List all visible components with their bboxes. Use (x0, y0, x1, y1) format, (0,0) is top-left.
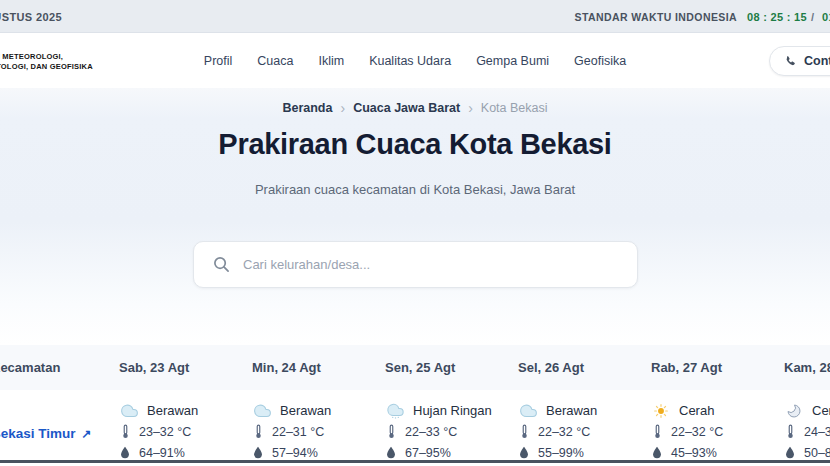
forecast-cell: Hujan Ringan 22–33 °C 67–95% (371, 390, 504, 463)
humidity-range: 64–91% (139, 446, 185, 460)
nav-item-cuaca[interactable]: Cuaca (257, 54, 293, 68)
forecast-cell: Cerah 22–32 °C 45–93% (637, 390, 770, 463)
topbar: AGUSTUS 2025 STANDAR WAKTU INDONESIA 08 … (0, 0, 830, 33)
wib-time: 08 : 25 : 15 (747, 0, 807, 33)
temperature-range: 22–32 °C (538, 425, 590, 439)
search-box (193, 241, 638, 288)
forecast-cell: Berawan 23–32 °C 64–91% (105, 390, 238, 463)
page: AGUSTUS 2025 STANDAR WAKTU INDONESIA 08 … (0, 0, 830, 466)
forecast-cell: Berawan 22–32 °C 55–99% (504, 390, 637, 463)
breadcrumb-beranda[interactable]: Beranda (282, 101, 332, 115)
condition-label: Cerah (812, 403, 830, 418)
table-row: Bekasi Timur ↗ Berawan 23–32 °C (0, 390, 830, 462)
temperature-range: 22–31 °C (272, 425, 324, 439)
thermometer-icon (252, 424, 264, 439)
column-header-day: Sen, 25 Agt (371, 345, 504, 390)
condition-label: Berawan (546, 403, 597, 418)
humidity-droplet-icon (252, 446, 264, 459)
condition-label: Cerah (679, 403, 714, 418)
humidity-droplet-icon (518, 446, 530, 459)
column-header-day: Sel, 26 Agt (504, 345, 637, 390)
humidity-droplet-icon (119, 446, 131, 459)
cloud-icon (252, 403, 272, 418)
column-header-day: Sab, 23 Agt (105, 345, 238, 390)
column-header-day: Rab, 27 Agt (637, 345, 770, 390)
humidity-range: 55–99% (538, 446, 584, 460)
forecast-cell: Berawan 22–31 °C 57–94% (238, 390, 371, 463)
cloud-rain-icon (385, 403, 405, 419)
temperature-range: 23–32 °C (139, 425, 191, 439)
clock-label: STANDAR WAKTU INDONESIA (575, 0, 737, 33)
humidity-droplet-icon (651, 446, 663, 459)
hero-section: Beranda › Cuaca Jawa Barat › Kota Bekasi… (0, 88, 830, 345)
humidity-droplet-icon (784, 446, 796, 459)
nav-item-kualitas-udara[interactable]: Kualitas Udara (369, 54, 451, 68)
external-link-icon: ↗ (82, 427, 92, 441)
forecast-table: Kecamatan Sab, 23 Agt Min, 24 Agt Sen, 2… (0, 345, 830, 466)
sun-icon (651, 403, 671, 419)
temperature-range: 24–32 °C (804, 425, 830, 439)
temperature-range: 22–32 °C (671, 425, 723, 439)
utc-time: 01 : 25 : 15 (822, 0, 830, 33)
site-header: BADAN METEOROLOGI, KLIMATOLOGI, DAN GEOF… (0, 33, 830, 88)
humidity-range: 57–94% (272, 446, 318, 460)
cloud-icon (119, 403, 139, 418)
humidity-droplet-icon (385, 446, 397, 459)
column-header-day: Min, 24 Agt (238, 345, 371, 390)
breadcrumb-kota-bekasi: Kota Bekasi (481, 101, 548, 115)
forecast-table-header: Kecamatan Sab, 23 Agt Min, 24 Agt Sen, 2… (0, 345, 830, 390)
table-bottom-border (0, 460, 830, 463)
kecamatan-link-bekasi-timur[interactable]: Bekasi Timur ↗ (0, 390, 105, 463)
humidity-range: 50–87% (804, 446, 830, 460)
time-separator: / (811, 0, 814, 33)
breadcrumb-cuaca-jawa-barat[interactable]: Cuaca Jawa Barat (353, 101, 460, 115)
nav-item-geofisika[interactable]: Geofisika (574, 54, 626, 68)
condition-label: Hujan Ringan (413, 403, 492, 418)
search-icon (213, 256, 230, 273)
thermometer-icon (518, 424, 530, 439)
humidity-range: 45–93% (671, 446, 717, 460)
page-title: Prakiraan Cuaca Kota Bekasi (0, 128, 830, 161)
kecamatan-name: Bekasi Timur (0, 426, 76, 441)
condition-label: Berawan (280, 403, 331, 418)
forecast-cell: Cerah 24–32 °C 50–87% (770, 390, 830, 463)
contact-label: Contact (804, 54, 830, 68)
search-input[interactable] (243, 257, 623, 272)
thermometer-icon (119, 424, 131, 439)
chevron-right-icon: › (340, 101, 345, 115)
thermometer-icon (385, 424, 397, 439)
column-header-day: Kam, 28 Agt (770, 345, 830, 390)
breadcrumb: Beranda › Cuaca Jawa Barat › Kota Bekasi (0, 101, 830, 115)
humidity-range: 67–95% (405, 446, 451, 460)
phone-icon (784, 55, 797, 68)
nav-item-profil[interactable]: Profil (204, 54, 232, 68)
cloud-icon (518, 403, 538, 418)
main-nav: Profil Cuaca Iklim Kualitas Udara Gempa … (0, 33, 830, 88)
contact-button[interactable]: Contact (769, 46, 830, 76)
column-header-kecamatan: Kecamatan (0, 345, 105, 390)
current-date: AGUSTUS 2025 (0, 0, 62, 33)
moon-icon (784, 403, 804, 419)
thermometer-icon (651, 424, 663, 439)
nav-item-iklim[interactable]: Iklim (318, 54, 344, 68)
thermometer-icon (784, 424, 796, 439)
page-subtitle: Prakiraan cuaca kecamatan di Kota Bekasi… (0, 182, 830, 197)
nav-item-gempa-bumi[interactable]: Gempa Bumi (476, 54, 549, 68)
temperature-range: 22–33 °C (405, 425, 457, 439)
condition-label: Berawan (147, 403, 198, 418)
chevron-right-icon: › (468, 101, 473, 115)
